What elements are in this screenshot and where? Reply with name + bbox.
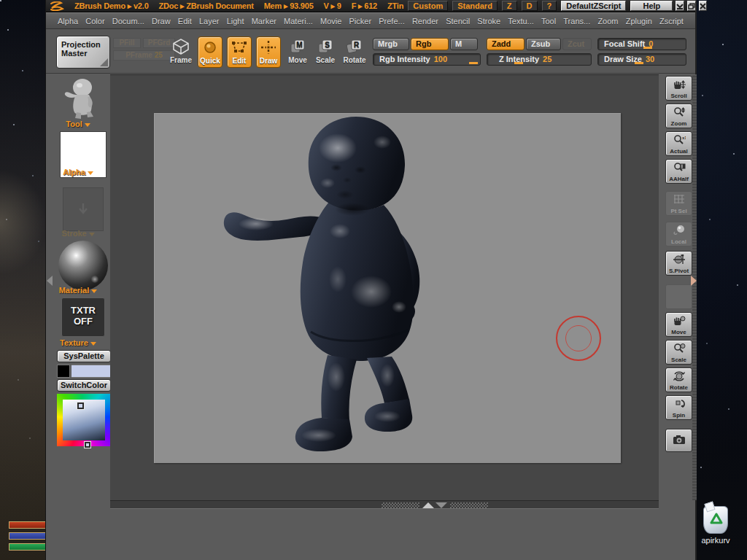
draw-size-slider[interactable]: Draw Size30 — [597, 53, 686, 66]
scale-gyro-button[interactable]: S Scale — [313, 36, 338, 64]
menu-draw[interactable]: Draw — [152, 17, 171, 26]
current-tool-preview[interactable] — [63, 77, 104, 121]
ptsel-label: Pt Sel — [670, 208, 686, 214]
alpha-palette-label[interactable]: Alpha — [46, 168, 110, 176]
menu-light[interactable]: Light — [227, 17, 244, 26]
menu-tool[interactable]: Tool — [541, 17, 556, 26]
d-button[interactable]: D — [522, 1, 538, 11]
canvas-move-button[interactable]: Move — [665, 312, 692, 337]
menu-render[interactable]: Render — [412, 17, 438, 26]
zsub-toggle[interactable]: Zsub — [526, 38, 561, 50]
minimize-icon — [676, 3, 684, 9]
menu-stencil[interactable]: Stencil — [446, 17, 470, 26]
rgb-toggle-active[interactable]: Rgb — [411, 38, 449, 50]
z-intensity-slider[interactable]: Z Intensity25 — [487, 53, 592, 66]
menu-zscript[interactable]: Zscript — [659, 17, 684, 26]
frame-button[interactable]: Frame — [169, 36, 193, 64]
texture-palette-label[interactable]: Texture — [46, 338, 110, 347]
color-picker-selector[interactable] — [77, 402, 84, 409]
menu-marker[interactable]: Marker — [252, 17, 276, 26]
rgb-intensity-label: Rgb Intensity — [379, 55, 430, 63]
actual-button[interactable]: x1 Actual — [665, 131, 692, 156]
spivot-button[interactable]: S.Pivot — [665, 251, 692, 276]
main-color-swatch[interactable] — [71, 365, 111, 378]
tool-palette-label[interactable]: Tool — [46, 120, 110, 128]
menu-alpha[interactable]: Alpha — [58, 17, 78, 26]
menu-zoom[interactable]: Zoom — [597, 17, 618, 26]
canvas[interactable] — [154, 113, 621, 463]
z-intensity-handle[interactable] — [514, 62, 523, 64]
bottom-tray-divider[interactable] — [110, 500, 659, 509]
views-indicator: V ▸ 9 — [324, 1, 341, 11]
document-area[interactable] — [110, 74, 659, 500]
zadd-toggle-active[interactable]: Zadd — [487, 38, 525, 50]
color-picker-sv-square[interactable] — [63, 400, 105, 440]
help-question-button[interactable]: ? — [542, 1, 557, 11]
menu-transform[interactable]: Trans... — [563, 17, 590, 26]
minimize-button[interactable] — [676, 1, 684, 11]
draw-size-handle[interactable] — [635, 62, 643, 64]
menu-color[interactable]: Color — [85, 17, 104, 26]
edit-button-active[interactable]: Edit — [227, 36, 252, 68]
canvas-scale-button[interactable]: Scale — [665, 340, 692, 365]
rgb-intensity-slider[interactable]: Rgb Intensity100 — [373, 53, 481, 66]
quick-button-active[interactable]: Quick — [198, 36, 222, 68]
divider-hatch-left[interactable] — [382, 502, 419, 508]
menu-preferences[interactable]: Prefe... — [379, 17, 404, 26]
texture-off-thumbnail[interactable]: TXTR OFF — [61, 298, 105, 337]
close-button[interactable] — [699, 1, 707, 11]
menu-zplugin[interactable]: Zplugin — [626, 17, 652, 26]
z-button[interactable]: Z — [502, 1, 517, 11]
focal-shift-label: Focal Shift — [604, 39, 645, 48]
m-toggle[interactable]: M — [450, 38, 478, 50]
divider-hatch-right[interactable] — [450, 502, 488, 508]
right-tray-arrow-icon[interactable] — [691, 276, 697, 286]
menu-edit[interactable]: Edit — [178, 17, 192, 26]
color-picker[interactable] — [57, 394, 111, 446]
blank-button-disabled — [665, 284, 692, 309]
zbrush-logo-icon — [50, 1, 64, 11]
move-gyro-button[interactable]: M Move — [285, 36, 310, 64]
snapshot-button[interactable] — [665, 429, 692, 452]
syspalette-button[interactable]: SysPalette — [57, 350, 111, 362]
menu-stroke[interactable]: Stroke — [477, 17, 500, 26]
move-label: Move — [285, 56, 310, 64]
menu-layer[interactable]: Layer — [199, 17, 220, 26]
menu-picker[interactable]: Picker — [349, 17, 372, 26]
projection-master-button[interactable]: Projection Master — [56, 36, 110, 69]
material-thumbnail[interactable] — [58, 241, 108, 290]
spin-button[interactable]: Spin — [665, 395, 692, 420]
menu-movie[interactable]: Movie — [320, 17, 341, 26]
focal-shift-slider[interactable]: Focal Shift0 — [597, 38, 686, 50]
aahalf-button[interactable]: AAHalf — [665, 159, 692, 184]
scroll-button[interactable]: Scroll — [665, 76, 692, 101]
standard-ui-button[interactable]: Standard — [452, 1, 498, 11]
focal-shift-handle[interactable] — [643, 47, 652, 49]
menu-texture[interactable]: Textu... — [508, 17, 533, 26]
tray-open-up-icon[interactable] — [422, 502, 434, 508]
recycle-bin-desktop-icon[interactable]: apirkurv — [693, 506, 738, 545]
zcut-toggle-disabled: Zcut — [562, 38, 592, 50]
canvas-rotate-button[interactable]: Rotate — [665, 368, 692, 392]
zoom-button[interactable]: Zoom — [665, 104, 692, 128]
tray-open-down-icon[interactable] — [436, 502, 447, 508]
material-palette-label[interactable]: Material — [46, 286, 110, 295]
custom-ui-button[interactable]: Custom — [408, 1, 448, 11]
menu-material[interactable]: Materi... — [284, 17, 313, 26]
hue-selector[interactable] — [85, 442, 90, 448]
left-tray-arrow-icon[interactable] — [47, 276, 53, 286]
local-button-disabled: Local — [665, 222, 692, 246]
draw-button-active[interactable]: Draw — [256, 36, 281, 68]
mrgb-toggle[interactable]: Mrgb — [373, 38, 409, 50]
menu-document[interactable]: Docum... — [112, 17, 144, 26]
quick-label: Quick — [198, 57, 222, 65]
rotate-gyro-button[interactable]: R Rotate — [341, 36, 368, 64]
switchcolor-button[interactable]: SwitchColor — [57, 379, 111, 392]
rgb-intensity-handle[interactable] — [469, 62, 478, 64]
default-zscript-button[interactable]: DefaultZScript — [561, 1, 626, 11]
close-icon — [700, 3, 706, 9]
secondary-color-swatch[interactable] — [57, 365, 70, 378]
restore-button[interactable] — [687, 1, 696, 11]
help-button[interactable]: Help — [630, 1, 673, 11]
alpha-label-text: Alpha — [63, 168, 85, 176]
